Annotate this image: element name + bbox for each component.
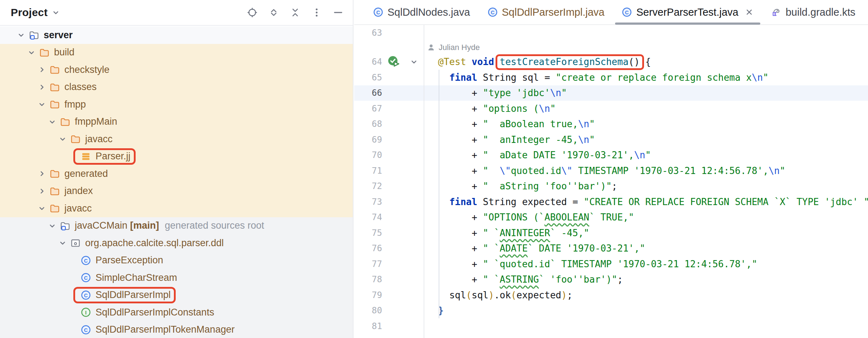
code-line-64[interactable]: 64 @Test void testCreateForeignSchema() … — [354, 54, 868, 70]
code-token: "CREATE OR REPLACE FOREIGN SCHEMA `X` TY… — [584, 197, 868, 207]
tab-serverparsertest-java[interactable]: CServerParserTest.java — [613, 0, 762, 25]
chevron-right-icon[interactable] — [36, 169, 47, 178]
class-icon: C — [80, 272, 92, 283]
code-token: " — [589, 119, 595, 129]
code-line-68[interactable]: 68 + " aBoolean true,\n" — [354, 116, 868, 132]
tree-row-generated[interactable]: generated — [0, 165, 353, 183]
line-number: 65 — [354, 73, 383, 83]
line-number: 69 — [354, 135, 383, 145]
hide-icon[interactable] — [332, 6, 344, 19]
line-number: 73 — [354, 197, 383, 207]
tree-row-sqlddlparserimplconstants[interactable]: ISqlDdlParserImplConstants — [0, 304, 353, 321]
code-token: \n — [578, 119, 589, 129]
code-line-72[interactable]: 72 + " aString 'foo''bar')"; — [354, 179, 868, 194]
tree-row-parser-jj[interactable]: Parser.jj — [0, 148, 353, 165]
tab-sqlddlnodes-java[interactable]: CSqlDdlNodes.java — [364, 0, 479, 25]
code-line-69[interactable]: 69 + " anInteger -45,\n" — [354, 132, 868, 148]
code-line-75[interactable]: 75 + " `ANINTEGER` -45," — [354, 225, 868, 241]
chevron-down-icon[interactable] — [47, 117, 58, 126]
code-line-81[interactable]: 81 — [354, 318, 868, 334]
tab-label: SqlDdlNodes.java — [387, 6, 470, 18]
code-token — [494, 56, 500, 67]
panel-title[interactable]: Project — [11, 6, 48, 19]
code-line-63[interactable]: 63 — [354, 25, 868, 41]
interface-icon: I — [80, 307, 92, 318]
code-token: " aString 'foo''bar')" — [483, 181, 612, 192]
run-test-icon[interactable] — [387, 55, 400, 68]
tree-row-jandex[interactable]: jandex — [0, 183, 353, 200]
code-line-70[interactable]: 70 + " aDate DATE '1970-03-21',\n" — [354, 148, 868, 163]
tree-row-server[interactable]: server — [0, 26, 353, 44]
code-token: " aDate DATE '1970-03-21', — [483, 150, 634, 160]
chevron-down-icon[interactable] — [36, 100, 47, 109]
close-icon[interactable] — [745, 8, 754, 17]
tree-row-sqlddlparserimpltokenmanager[interactable]: CSqlDdlParserImplTokenManager — [0, 321, 353, 338]
tree-row-javaccmain[interactable]: javaCCMain [main]generated sources root — [0, 217, 353, 235]
tree-row-org-apache-calcite-sql-parser-ddl[interactable]: org.apache.calcite.sql.parser.ddl — [0, 234, 353, 252]
code-token: " — [763, 72, 769, 83]
code-token: "OPTIONS (` — [483, 212, 545, 223]
tree-row-fmpp[interactable]: fmpp — [0, 96, 353, 113]
code-line-66[interactable]: 66 + "type 'jdbc'\n" — [354, 85, 868, 101]
chevron-right-icon[interactable] — [36, 83, 47, 92]
code-line-77[interactable]: 77 + " `quoted.id` TIMESTAMP '1970-03-21… — [354, 256, 868, 272]
chevron-down-icon[interactable] — [51, 8, 60, 17]
chevron-down-icon[interactable] — [16, 30, 26, 40]
class-icon: C — [621, 7, 632, 18]
code-token: String sql = — [477, 72, 556, 83]
code-token: @Test — [438, 56, 466, 67]
tree-row-parseexception[interactable]: CParseException — [0, 252, 353, 269]
code-line-79[interactable]: 79 sql(sql).ok(expected); — [354, 287, 868, 303]
code-line-76[interactable]: 76 + " `ADATE` DATE '1970-03-21'," — [354, 241, 868, 257]
chevron-down-icon[interactable] — [57, 238, 68, 248]
code-token: ABOOLEAN — [545, 212, 589, 223]
tree-row-javacc[interactable]: javacc — [0, 130, 353, 148]
code-line-71[interactable]: 71 + " \"quoted.id\" TIMESTAMP '1970-03-… — [354, 163, 868, 179]
annotation-box-red: testCreateForeignSchema() — [500, 56, 640, 67]
svg-text:C: C — [84, 327, 88, 333]
tab-label: build.gradle.kts — [786, 6, 855, 18]
chevron-down-icon[interactable] — [47, 221, 58, 230]
folder-icon — [49, 185, 60, 197]
code-token: { — [640, 56, 651, 67]
tree-row-sqlddlparserimpl[interactable]: CSqlDdlParserImpl — [0, 287, 353, 304]
tree-item-label: checkstyle — [64, 64, 109, 75]
code-token: " aBoolean true, — [483, 119, 578, 129]
code-token: \n — [769, 165, 780, 176]
code-line-67[interactable]: 67 + "options (\n" — [354, 101, 868, 116]
line-number: 68 — [354, 119, 383, 129]
chevron-right-icon[interactable] — [36, 187, 47, 196]
chevron-down-icon[interactable] — [36, 204, 47, 213]
code-token: final — [449, 72, 477, 83]
code-line-73[interactable]: 73 final String expected = "CREATE OR RE… — [354, 194, 868, 210]
chevron-down-icon[interactable] — [409, 57, 419, 66]
annotation-box-red: Parser.jj — [78, 151, 131, 162]
code-line-78[interactable]: 78 + " `ASTRING` 'foo''bar')"; — [354, 272, 868, 288]
code-author-inlay[interactable]: Julian Hyde — [354, 41, 868, 54]
line-number: 80 — [354, 305, 383, 315]
tree-row-javacc[interactable]: javacc — [0, 200, 353, 217]
code-line-74[interactable]: 74 + "OPTIONS (`ABOOLEAN` TRUE," — [354, 210, 868, 225]
code-token: + — [472, 103, 483, 114]
code-line-65[interactable]: 65 final String sql = "create or replace… — [354, 70, 868, 85]
tree-row-build[interactable]: build — [0, 44, 353, 61]
code-token: " ` — [483, 243, 500, 254]
locate-icon[interactable] — [246, 6, 258, 19]
tab-build-gradle-kts[interactable]: build.gradle.kts — [762, 0, 864, 25]
chevron-right-icon[interactable] — [36, 65, 47, 74]
tree-row-classes[interactable]: classes — [0, 79, 353, 96]
tree-row-simplecharstream[interactable]: CSimpleCharStream — [0, 269, 353, 287]
folder-icon — [49, 168, 60, 179]
chevron-down-icon[interactable] — [26, 48, 37, 57]
chevron-down-icon[interactable] — [57, 134, 68, 144]
package-icon — [70, 237, 81, 249]
collapse-all-icon[interactable] — [289, 6, 301, 19]
expand-all-icon[interactable] — [268, 6, 280, 19]
tree-row-checkstyle[interactable]: checkstyle — [0, 61, 353, 79]
code-token: \n — [550, 88, 561, 98]
code-editor[interactable]: 63Julian Hyde64 @Test void testCreateFor… — [354, 25, 868, 338]
more-icon[interactable] — [311, 6, 323, 19]
tree-row-fmppmain[interactable]: fmppMain — [0, 113, 353, 131]
tab-sqlddlparserimpl-java[interactable]: CSqlDdlParserImpl.java — [479, 0, 613, 25]
code-line-80[interactable]: 80 } — [354, 303, 868, 319]
